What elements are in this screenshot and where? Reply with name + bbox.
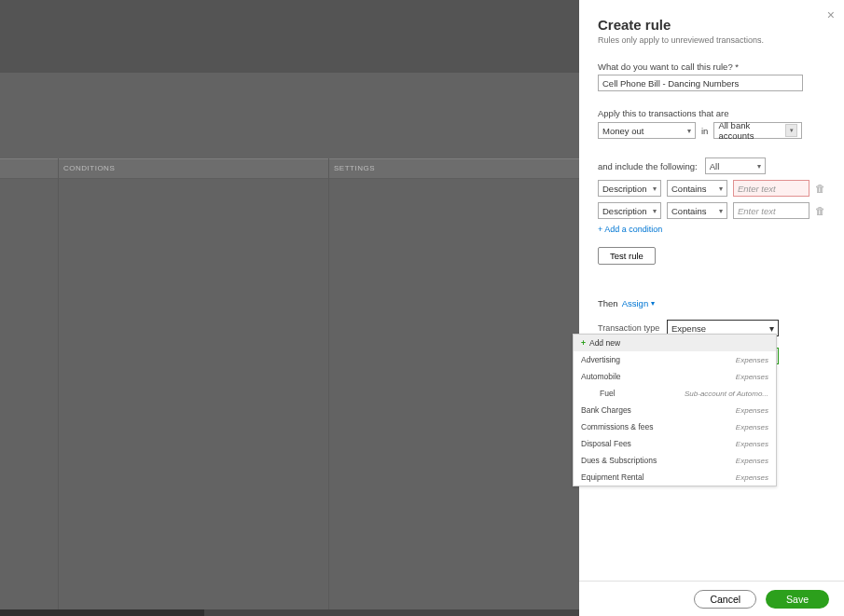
trash-icon[interactable]: 🗑: [815, 183, 825, 194]
include-mode-value: All: [710, 161, 720, 171]
include-label: and include the following:: [598, 161, 698, 171]
panel-footer: Cancel Save: [579, 581, 844, 616]
chevron-down-icon: ▾: [653, 207, 657, 215]
chevron-down-icon: ▾: [785, 124, 797, 137]
dropdown-item[interactable]: FuelSub-account of Automo...: [574, 385, 776, 402]
condition-row: Description▾Contains▾🗑: [598, 202, 825, 219]
dropdown-item-name: Disposal Fees: [581, 439, 631, 448]
money-direction-select[interactable]: Money out ▾: [598, 122, 696, 139]
condition-op-value: Contains: [671, 184, 707, 194]
add-new-label: Add new: [589, 338, 620, 348]
dropdown-item[interactable]: Bank ChargesExpenses: [574, 402, 776, 418]
bg-bottom-strip-dark: [0, 609, 204, 616]
condition-op-value: Contains: [671, 206, 707, 216]
dropdown-item-subtext: Expenses: [736, 473, 768, 482]
dropdown-item-name: Automobile: [581, 372, 621, 381]
dropdown-item-name: Commissions & fees: [581, 422, 653, 431]
condition-value-input[interactable]: [733, 180, 809, 197]
bank-accounts-select[interactable]: All bank accounts ▾: [713, 122, 802, 139]
dropdown-item[interactable]: Disposal FeesExpenses: [574, 435, 776, 452]
dropdown-item-name: Bank Charges: [581, 405, 631, 415]
test-rule-button[interactable]: Test rule: [598, 247, 656, 265]
assign-dropdown[interactable]: Assign ▾: [622, 298, 656, 308]
dropdown-item-name: Equipment Rental: [581, 472, 644, 482]
rule-name-input[interactable]: [598, 75, 803, 91]
transaction-type-value: Expense: [671, 323, 706, 334]
backdrop-overlay: CONDITIONS SETTINGS: [0, 0, 579, 609]
condition-op-select[interactable]: Contains▾: [667, 202, 727, 219]
chevron-down-icon: ▾: [769, 323, 774, 334]
trash-icon[interactable]: 🗑: [815, 205, 825, 216]
chevron-down-icon: ▾: [651, 299, 655, 308]
dropdown-item-subtext: Sub-account of Automo...: [685, 390, 768, 398]
rule-name-label: What do you want to call this rule? *: [598, 62, 825, 72]
dropdown-item-subtext: Expenses: [736, 440, 768, 448]
add-condition-link[interactable]: + Add a condition: [598, 225, 662, 234]
bg-column-conditions-header: CONDITIONS: [63, 164, 115, 172]
close-icon[interactable]: ×: [827, 7, 835, 22]
condition-field-value: Description: [602, 184, 647, 194]
bg-header: [0, 0, 579, 73]
bg-column-settings-header: SETTINGS: [334, 164, 375, 172]
dropdown-item-subtext: Expenses: [736, 373, 768, 381]
condition-row: Description▾Contains▾🗑: [598, 180, 825, 197]
panel-subtitle: Rules only apply to unreviewed transacti…: [598, 35, 825, 45]
assign-label: Assign: [622, 298, 649, 308]
then-label: Then: [598, 298, 618, 308]
create-rule-panel: × Create rule Rules only apply to unrevi…: [579, 0, 844, 616]
dropdown-item-subtext: Expenses: [736, 423, 768, 431]
condition-value-input[interactable]: [733, 202, 809, 219]
condition-field-select[interactable]: Description▾: [598, 180, 661, 197]
dropdown-item[interactable]: AutomobileExpenses: [574, 368, 776, 385]
dropdown-item-subtext: Expenses: [736, 356, 768, 364]
dropdown-item-name: Advertising: [581, 355, 620, 364]
dropdown-item[interactable]: Equipment RentalExpenses: [574, 469, 776, 486]
transaction-type-label: Transaction type: [598, 323, 667, 333]
bg-divider: [328, 158, 329, 609]
bg-divider: [58, 158, 59, 609]
bank-accounts-value: All bank accounts: [718, 120, 782, 141]
dropdown-item-subtext: Expenses: [736, 406, 768, 415]
condition-field-select[interactable]: Description▾: [598, 202, 661, 219]
dropdown-item[interactable]: Commissions & feesExpenses: [574, 418, 776, 435]
chevron-down-icon: ▾: [719, 185, 723, 193]
panel-title: Create rule: [598, 17, 825, 33]
category-dropdown: +Add new AdvertisingExpensesAutomobileEx…: [573, 334, 777, 486]
apply-label: Apply this to transactions that are: [598, 108, 825, 118]
include-mode-select[interactable]: All ▾: [705, 157, 766, 174]
save-button[interactable]: Save: [766, 590, 829, 609]
chevron-down-icon: ▾: [757, 162, 761, 171]
cancel-button[interactable]: Cancel: [694, 590, 756, 609]
dropdown-item-subtext: Expenses: [736, 457, 768, 465]
condition-op-select[interactable]: Contains▾: [667, 180, 727, 197]
dropdown-item-name: Dues & Subscriptions: [581, 456, 657, 465]
chevron-down-icon: ▾: [719, 207, 723, 215]
money-direction-value: Money out: [602, 126, 643, 136]
dropdown-item[interactable]: AdvertisingExpenses: [574, 351, 776, 368]
chevron-down-icon: ▾: [687, 127, 691, 135]
in-text: in: [701, 126, 708, 136]
condition-field-value: Description: [602, 206, 647, 216]
dropdown-add-new[interactable]: +Add new: [574, 335, 776, 351]
dropdown-item[interactable]: Dues & SubscriptionsExpenses: [574, 452, 776, 469]
plus-icon: +: [581, 338, 586, 348]
dropdown-item-name: Fuel: [581, 389, 616, 398]
chevron-down-icon: ▾: [653, 185, 657, 193]
